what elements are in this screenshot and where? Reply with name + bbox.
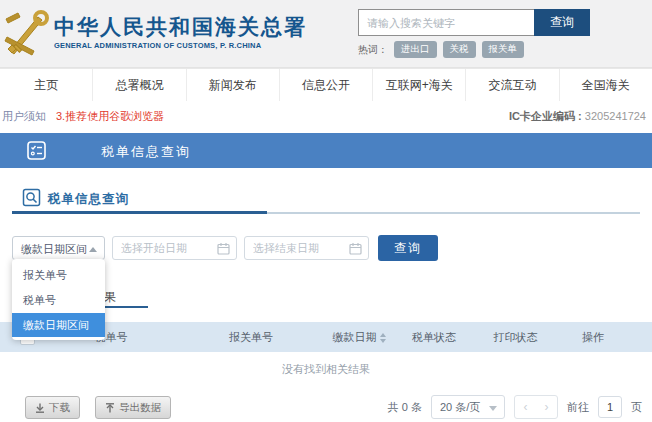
notice-bar: 用户须知 3.推荐使用谷歌浏览器 IC卡企业编码 : 3205241724 bbox=[0, 101, 652, 129]
start-date-picker[interactable] bbox=[112, 236, 237, 260]
site-search-input[interactable] bbox=[358, 9, 534, 36]
query-button[interactable]: 查询 bbox=[378, 235, 438, 261]
total-count-text: 共 0 条 bbox=[388, 400, 422, 415]
site-search-button[interactable]: 查询 bbox=[534, 9, 590, 36]
download-button[interactable]: 下载 bbox=[25, 396, 80, 419]
dropdown-option-tax-bill-no[interactable]: 税单号 bbox=[12, 288, 105, 312]
calendar-icon bbox=[217, 242, 230, 255]
nav-item-home[interactable]: 主页 bbox=[0, 69, 93, 101]
ic-card-label: IC卡企业编码 : bbox=[509, 110, 585, 122]
site-search: 查询 bbox=[358, 9, 590, 36]
page-nav-buttons: ‹ › bbox=[514, 395, 558, 419]
col-tax-bill-status: 税单状态 bbox=[390, 330, 478, 345]
nav-item-interaction[interactable]: 交流互动 bbox=[466, 69, 559, 101]
hot-word-tag[interactable]: 关税 bbox=[443, 41, 476, 58]
col-payment-date-label: 缴款日期 bbox=[333, 331, 377, 343]
col-print-status: 打印状态 bbox=[478, 330, 553, 345]
ic-card-code: IC卡企业编码 : 3205241724 bbox=[509, 109, 646, 124]
org-name-en: GENERAL ADMINISTRATION OF CUSTOMS, P. R.… bbox=[54, 41, 307, 50]
end-date-input[interactable] bbox=[245, 237, 353, 259]
org-name-cn: 中华人民共和国海关总署 bbox=[54, 15, 307, 39]
chevron-down-icon bbox=[489, 406, 497, 411]
nav-item-internet-customs[interactable]: 互联网+海关 bbox=[373, 69, 466, 101]
site-logo: 中华人民共和国海关总署 GENERAL ADMINISTRATION OF CU… bbox=[4, 7, 307, 57]
prev-page-button[interactable]: ‹ bbox=[524, 400, 528, 414]
export-icon bbox=[105, 403, 115, 413]
nav-item-info-disclosure[interactable]: 信息公开 bbox=[280, 69, 373, 101]
hot-word-tag[interactable]: 报关单 bbox=[482, 41, 525, 58]
nav-item-overview[interactable]: 总署概况 bbox=[93, 69, 186, 101]
section-title: 税单信息查询 bbox=[48, 191, 129, 208]
site-header: 中华人民共和国海关总署 GENERAL ADMINISTRATION OF CU… bbox=[0, 0, 652, 68]
calendar-icon bbox=[349, 242, 362, 255]
col-payment-date[interactable]: 缴款日期 bbox=[328, 330, 390, 345]
dropdown-option-declaration-no[interactable]: 报关单号 bbox=[12, 263, 105, 287]
end-date-picker[interactable] bbox=[244, 236, 369, 260]
browser-tip-text: 3.推荐使用谷歌浏览器 bbox=[56, 109, 164, 124]
main-nav: 主页 总署概况 新闻发布 信息公开 互联网+海关 交流互动 全国海关 bbox=[0, 68, 652, 102]
page-size-value: 20 条/页 bbox=[440, 401, 480, 413]
hot-word-tag[interactable]: 进出口 bbox=[394, 41, 437, 58]
user-note-link[interactable]: 用户须知 bbox=[2, 109, 46, 124]
nav-item-news[interactable]: 新闻发布 bbox=[187, 69, 280, 101]
section-underline-dark bbox=[12, 211, 267, 214]
sort-icon[interactable] bbox=[380, 333, 386, 343]
goto-label: 前往 bbox=[567, 400, 589, 415]
chevron-up-icon bbox=[89, 247, 97, 252]
doc-search-icon bbox=[22, 188, 41, 207]
export-button-label: 导出数据 bbox=[119, 401, 161, 415]
goto-page-input[interactable] bbox=[598, 396, 622, 418]
query-field-select-value: 缴款日期区间 bbox=[21, 243, 87, 255]
pagination: 共 0 条 20 条/页 ‹ › 前往 页 bbox=[388, 395, 642, 419]
next-page-button[interactable]: › bbox=[545, 400, 549, 414]
start-date-input[interactable] bbox=[113, 237, 221, 259]
ic-card-value: 3205241724 bbox=[585, 110, 646, 122]
download-button-label: 下载 bbox=[49, 401, 70, 415]
field-select-dropdown: 报关单号 税单号 缴款日期区间 bbox=[12, 259, 105, 340]
download-icon bbox=[35, 403, 45, 413]
logo-text: 中华人民共和国海关总署 GENERAL ADMINISTRATION OF CU… bbox=[54, 15, 307, 50]
customs-emblem-icon bbox=[4, 7, 50, 57]
banner-title: 税单信息查询 bbox=[101, 143, 191, 161]
empty-results-text: 没有找到相关结果 bbox=[0, 355, 652, 383]
checklist-icon bbox=[27, 141, 46, 160]
customs-tax-query-page: 中华人民共和国海关总署 GENERAL ADMINISTRATION OF CU… bbox=[0, 0, 652, 422]
query-field-select[interactable]: 缴款日期区间 bbox=[12, 236, 105, 260]
nav-item-national-customs[interactable]: 全国海关 bbox=[560, 69, 652, 101]
col-declaration-no: 报关单号 bbox=[174, 330, 328, 345]
page-banner: 税单信息查询 bbox=[0, 133, 652, 168]
hot-words-row: 热词： 进出口 关税 报关单 bbox=[358, 41, 524, 58]
col-actions: 操作 bbox=[553, 330, 633, 345]
hot-words-label: 热词： bbox=[358, 43, 388, 57]
page-size-select[interactable]: 20 条/页 bbox=[431, 395, 505, 419]
dropdown-option-payment-date-range[interactable]: 缴款日期区间 bbox=[12, 313, 105, 337]
section-underline-light bbox=[267, 212, 640, 214]
export-data-button[interactable]: 导出数据 bbox=[95, 396, 171, 419]
page-unit-label: 页 bbox=[631, 400, 642, 415]
